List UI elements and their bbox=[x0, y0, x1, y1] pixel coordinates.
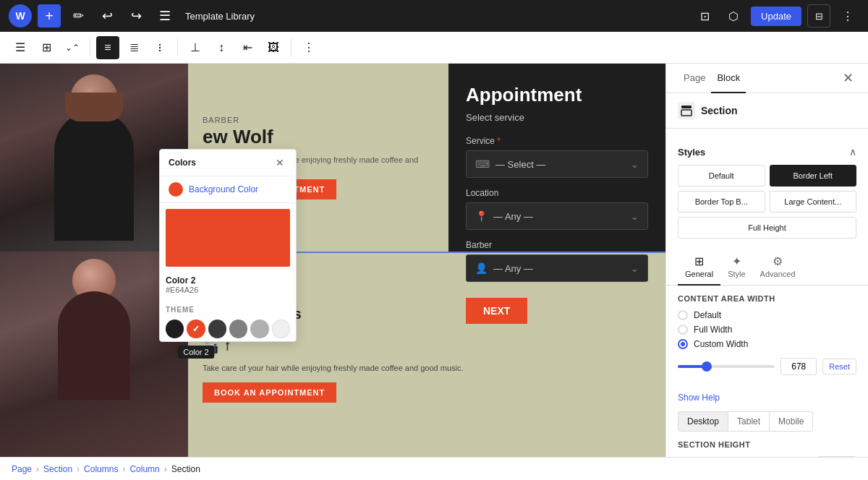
section-block-icon bbox=[681, 105, 692, 116]
panel-close-button[interactable]: ✕ bbox=[840, 67, 856, 89]
color-name: Color 2 bbox=[166, 275, 290, 286]
theme-swatch-5[interactable] bbox=[250, 320, 268, 338]
service-select[interactable]: ⌨ — Select — ⌄ bbox=[466, 150, 648, 178]
align-right-button[interactable]: ⫶ bbox=[148, 36, 171, 59]
toggle-sidebar-toolbar-button[interactable]: ☰ bbox=[9, 36, 32, 59]
theme-swatch-1[interactable] bbox=[166, 320, 184, 338]
radio-default[interactable]: Default bbox=[678, 310, 856, 320]
advanced-icon: ⚙ bbox=[773, 254, 783, 268]
device-mobile-button[interactable]: Mobile bbox=[770, 411, 813, 432]
external-link-button[interactable]: ⬡ bbox=[722, 4, 745, 27]
wp-logo[interactable]: W bbox=[9, 4, 32, 27]
slider-value-input[interactable]: 678 bbox=[780, 358, 817, 375]
next-button[interactable]: NEXT bbox=[466, 298, 527, 324]
styles-section: Styles ∧ Default Border Left Border Top … bbox=[666, 137, 868, 249]
appointment-title: Appointment bbox=[466, 84, 648, 106]
sidebar-toggle-button[interactable]: ⊟ bbox=[807, 4, 830, 27]
sub-tab-style[interactable]: ✦ Style bbox=[720, 249, 752, 286]
color2-tooltip: Color 2 bbox=[177, 346, 214, 359]
breadcrumb-sep-2: › bbox=[77, 464, 80, 474]
style-large-content-button[interactable]: Large Content... bbox=[770, 191, 857, 213]
barber-chevron-icon: ⌄ bbox=[631, 263, 639, 274]
update-button[interactable]: Update bbox=[751, 7, 801, 26]
location-group: Location 📍 — Any — ⌄ bbox=[466, 188, 648, 230]
edit-button[interactable]: ✏ bbox=[67, 4, 90, 27]
styles-collapse-icon[interactable]: ∧ bbox=[849, 146, 856, 158]
theme-swatch-3[interactable] bbox=[208, 320, 226, 338]
more-toolbar-button[interactable]: ⋮ bbox=[297, 36, 320, 59]
general-icon: ⊞ bbox=[694, 254, 704, 268]
block-view-button[interactable]: ⊞ bbox=[35, 36, 58, 59]
color-info: Color 2 #E64A26 bbox=[160, 273, 296, 300]
colors-close-button[interactable]: ✕ bbox=[273, 155, 287, 170]
theme-section: THEME ✓ Color 2 bbox=[160, 300, 296, 341]
tab-block[interactable]: Block bbox=[711, 64, 746, 93]
barber-select[interactable]: 👤 — Any — ⌄ bbox=[466, 254, 648, 282]
panel-section-title: Section bbox=[701, 105, 738, 116]
unit-select[interactable]: px em % vh bbox=[817, 456, 856, 457]
radio-custom-width[interactable]: Custom Width bbox=[678, 339, 856, 349]
indent-button[interactable]: ⇤ bbox=[236, 36, 259, 59]
radio-full-width-label: Full Width bbox=[694, 325, 732, 335]
reset-button[interactable]: Reset bbox=[822, 359, 856, 374]
radio-default-input[interactable] bbox=[678, 310, 688, 320]
radio-full-width[interactable]: Full Width bbox=[678, 325, 856, 335]
breadcrumb-page[interactable]: Page bbox=[12, 464, 32, 474]
topbar-right: ⊡ ⬡ Update ⊟ ⋮ bbox=[693, 4, 859, 27]
block-chevron-button[interactable]: ⌄⌃ bbox=[61, 36, 84, 59]
style-default-button[interactable]: Default bbox=[678, 165, 765, 187]
image-button[interactable]: 🖼 bbox=[262, 36, 285, 59]
breadcrumb-columns[interactable]: Columns bbox=[84, 464, 118, 474]
book-appointment-bottom-button[interactable]: BOOK AN APPOINTMENT bbox=[203, 382, 336, 403]
add-block-button[interactable]: + bbox=[38, 4, 61, 27]
show-help-link[interactable]: Show Help bbox=[666, 393, 868, 411]
slider-track[interactable] bbox=[678, 365, 775, 368]
barber-label: Barber bbox=[466, 240, 648, 250]
breadcrumb-column[interactable]: Column bbox=[129, 464, 159, 474]
bg-color-label: Background Color bbox=[189, 184, 258, 194]
top-row: Barber ew Wolf Take care of your hair wh… bbox=[0, 64, 665, 252]
toolbar-sep-3 bbox=[291, 39, 292, 56]
radio-full-width-input[interactable] bbox=[678, 325, 688, 335]
align-center-button[interactable]: ≣ bbox=[122, 36, 145, 59]
list-view-button[interactable]: ☰ bbox=[153, 4, 176, 27]
device-desktop-button[interactable]: Desktop bbox=[678, 411, 728, 432]
svg-rect-0 bbox=[681, 106, 692, 108]
colors-popup-header: Colors ✕ bbox=[160, 150, 296, 176]
more-options-button[interactable]: ⋮ bbox=[836, 4, 859, 27]
slider-thumb[interactable] bbox=[702, 361, 712, 372]
bg-color-button[interactable]: Background Color bbox=[160, 176, 296, 203]
panel-tabs: Page Block ✕ bbox=[666, 64, 868, 93]
gap-button[interactable]: ↕ bbox=[210, 36, 233, 59]
full-height-button[interactable]: Full Height bbox=[678, 217, 856, 239]
canvas-wrapper: Barber ew Wolf Take care of your hair wh… bbox=[0, 64, 665, 457]
breadcrumb-sep-1: › bbox=[36, 464, 39, 474]
undo-button[interactable]: ↩ bbox=[95, 4, 119, 27]
style-border-left-button[interactable]: Border Left bbox=[770, 165, 857, 187]
tab-page[interactable]: Page bbox=[678, 64, 711, 93]
theme-swatch-2[interactable]: ✓ Color 2 bbox=[187, 320, 205, 338]
radio-group: Default Full Width Custom Width bbox=[678, 310, 856, 349]
preview-button[interactable]: ⊡ bbox=[693, 4, 716, 27]
theme-swatch-4[interactable] bbox=[229, 320, 247, 338]
location-select[interactable]: 📍 — Any — ⌄ bbox=[466, 202, 648, 230]
anna-description: Take care of your hair while enjoying fr… bbox=[203, 362, 651, 374]
style-border-top-button[interactable]: Border Top B... bbox=[678, 191, 765, 213]
sub-tab-advanced[interactable]: ⚙ Advanced bbox=[753, 249, 803, 286]
device-tablet-button[interactable]: Tablet bbox=[728, 411, 770, 432]
style-icon: ✦ bbox=[732, 254, 741, 268]
align-left-button[interactable]: ≡ bbox=[96, 36, 119, 59]
radio-custom-width-input[interactable] bbox=[678, 339, 688, 349]
location-chevron-icon: ⌄ bbox=[631, 211, 639, 222]
theme-label: THEME bbox=[166, 306, 290, 314]
sub-tab-general[interactable]: ⊞ General bbox=[678, 249, 720, 286]
service-label: Service * bbox=[466, 136, 648, 146]
device-tabs: Desktop Tablet Mobile bbox=[666, 411, 868, 432]
breadcrumb-section[interactable]: Section bbox=[43, 464, 72, 474]
colors-popup: Colors ✕ Background Color Color 2 #E64A2… bbox=[159, 149, 297, 342]
breadcrumb-sep-4: › bbox=[164, 464, 167, 474]
slider-row: 678 Reset bbox=[678, 358, 856, 375]
redo-button[interactable]: ↪ bbox=[124, 4, 148, 27]
theme-swatch-6[interactable] bbox=[272, 320, 290, 338]
vertical-align-button[interactable]: ⊥ bbox=[184, 36, 207, 59]
